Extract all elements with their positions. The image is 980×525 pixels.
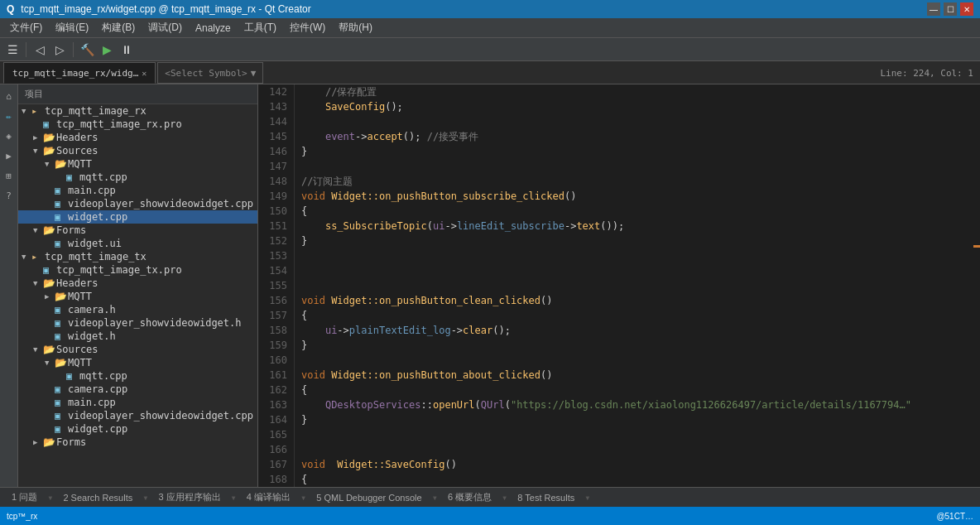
bottom-tab-3-应用程序输出[interactable]: 3 应用程序输出 (150, 489, 228, 505)
editor-tab-active[interactable]: tcp_mqtt_image_rx/widg… ✕ (3, 62, 156, 84)
tree-arrow (33, 266, 43, 274)
toolbar-debug-button[interactable]: ⏸ (118, 41, 136, 59)
welcome-icon[interactable]: ⌂ (1, 88, 17, 104)
line-number: 156 (265, 293, 287, 308)
line-number: 164 (265, 412, 287, 427)
line-number: 146 (265, 144, 287, 159)
design-icon[interactable]: ◈ (1, 128, 17, 144)
tree-label: Forms (56, 436, 86, 448)
scroll-indicator[interactable] (973, 84, 980, 487)
tree-item-proj2-forms[interactable]: ▶ 📂Forms (18, 436, 257, 449)
tree-item-proj2-videoplayer-cpp[interactable]: ▣videoplayer_showvideowidget.cpp (18, 409, 257, 422)
menu-item-调试(D)[interactable]: 调试(D) (142, 19, 189, 36)
tree-item-proj1-mqtt-cpp[interactable]: ▣mqtt.cpp (18, 171, 257, 184)
code-line (301, 248, 967, 263)
code-line: ss_SubscribeTopic(ui->lineEdit_subscribe… (301, 219, 967, 234)
toolbar-run-button[interactable]: ▶ (98, 41, 116, 59)
code-line (301, 427, 967, 442)
line-number: 159 (265, 338, 287, 353)
tree-item-proj2-mqtt2[interactable]: ▶ 📂MQTT (18, 290, 257, 303)
tree-item-proj1-pro[interactable]: ▣tcp_mqtt_image_rx.pro (18, 118, 257, 131)
tree-item-proj2-pro[interactable]: ▣tcp_mqtt_image_tx.pro (18, 263, 257, 277)
bottom-tab-2-Search-Results[interactable]: 2 Search Results (55, 491, 141, 504)
tree-item-proj1-headers[interactable]: ▶ 📂Headers (18, 131, 257, 144)
bottom-tab-1-问题[interactable]: 1 问题 (3, 489, 46, 505)
tree-item-proj1-widget-cpp[interactable]: ▣widget.cpp (18, 210, 257, 224)
tree-item-proj1-sources[interactable]: ▼ 📂Sources (18, 144, 257, 157)
tree-item-proj2-widget-h[interactable]: ▣widget.h (18, 330, 257, 343)
tree-item-proj2-mqtt3-cpp[interactable]: ▣mqtt.cpp (18, 369, 257, 383)
tree-item-proj2-camera-cpp[interactable]: ▣camera.cpp (18, 383, 257, 396)
tree-arrow: ▼ (45, 359, 55, 367)
edit-icon[interactable]: ✏ (1, 108, 17, 124)
menu-item-帮助(H)[interactable]: 帮助(H) (332, 19, 379, 36)
tab-close-button[interactable]: ✕ (142, 69, 147, 78)
project-icon[interactable]: ⊞ (1, 167, 17, 184)
editor: 1421431441451461471481491501511521531541… (258, 84, 980, 487)
title-bar-controls: — ☐ ✕ (927, 2, 973, 16)
tree-item-proj2-sources[interactable]: ▼ 📂Sources (18, 343, 257, 356)
tree-arrow: ▶ (45, 292, 55, 301)
tree-icon: ▣ (66, 171, 78, 183)
tree-item-proj1-forms[interactable]: ▼ 📂Forms (18, 224, 257, 237)
line-number: 145 (265, 129, 287, 144)
line-number: 150 (265, 204, 287, 219)
line-number: 147 (265, 159, 287, 174)
tree-item-proj1[interactable]: ▼ ▸tcp_mqtt_image_rx (18, 104, 257, 118)
menu-item-工具(T)[interactable]: 工具(T) (238, 19, 283, 36)
menu-item-编辑(E)[interactable]: 编辑(E) (49, 19, 95, 36)
tree-label: widget.ui (68, 238, 122, 249)
bottom-tab-4-编译输出[interactable]: 4 编译输出 (238, 489, 299, 505)
tree-item-proj1-widget-ui[interactable]: ▣widget.ui (18, 237, 257, 250)
tree-icon: ▣ (55, 423, 66, 435)
tree-arrow (45, 332, 55, 340)
line-number: 153 (265, 248, 287, 263)
tree-item-proj1-main-cpp[interactable]: ▣main.cpp (18, 184, 257, 197)
tree-arrow (45, 239, 55, 248)
tab-bar: tcp_mqtt_image_rx/widg… ✕ <Select Symbol… (0, 61, 980, 84)
symbol-select[interactable]: <Select Symbol> ▼ (157, 62, 263, 84)
tree-item-proj2-camera-h[interactable]: ▣camera.h (18, 303, 257, 316)
close-button[interactable]: ✕ (960, 2, 973, 16)
tree-item-proj2-mqtt3[interactable]: ▼ 📂MQTT (18, 356, 257, 369)
code-line: } (301, 234, 967, 248)
code-content[interactable]: //保存配置 SaveConfig(); event->accept(); //… (295, 84, 973, 487)
minimize-button[interactable]: — (927, 2, 940, 16)
tree-icon: ▣ (55, 238, 66, 249)
menu-item-控件(W)[interactable]: 控件(W) (283, 19, 332, 36)
symbol-select-label: <Select Symbol> (165, 68, 247, 79)
tree-item-proj2[interactable]: ▼ ▸tcp_mqtt_image_tx (18, 250, 257, 263)
code-line (301, 353, 967, 368)
maximize-button[interactable]: ☐ (944, 2, 957, 16)
bottom-tab-8-Test-Results[interactable]: 8 Test Results (509, 491, 583, 504)
tree-item-proj2-widget-cpp[interactable]: ▣widget.cpp (18, 422, 257, 436)
tree-item-proj1-videoplayer[interactable]: ▣videoplayer_showvideowidget.cpp (18, 197, 257, 210)
line-numbers: 1421431441451461471481491501511521531541… (258, 84, 295, 487)
debug-icon[interactable]: ▶ (1, 147, 17, 164)
menu-item-文件(F)[interactable]: 文件(F) (3, 19, 49, 36)
tree-label: tcp_mqtt_image_rx.pro (56, 118, 182, 130)
tree-icon: ▣ (55, 304, 66, 315)
menu-item-构建(B)[interactable]: 构建(B) (95, 19, 142, 36)
tree-item-proj2-videoplayer-h[interactable]: ▣videoplayer_showvideowidget.h (18, 316, 257, 330)
line-number: 163 (265, 397, 287, 412)
tree-icon: ▣ (43, 264, 55, 276)
toolbar-menu-button[interactable]: ☰ (3, 41, 22, 59)
help-icon[interactable]: ? (1, 187, 17, 204)
toolbar-build-button[interactable]: 🔨 (78, 41, 96, 59)
main-area: ⌂ ✏ ◈ ▶ ⊞ ? 项目 ▼ ▸tcp_mqtt_image_rx ▣tcp… (0, 84, 980, 487)
code-line (301, 278, 967, 293)
code-area[interactable]: 1421431441451461471481491501511521531541… (258, 84, 980, 487)
tree-item-proj2-main-cpp[interactable]: ▣main.cpp (18, 396, 257, 409)
bottom-tab-6-概要信息[interactable]: 6 概要信息 (440, 489, 500, 505)
tree-icon: 📂 (43, 277, 55, 289)
tree-item-proj2-headers[interactable]: ▼ 📂Headers (18, 277, 257, 290)
left-icon-panel: ⌂ ✏ ◈ ▶ ⊞ ? (0, 84, 18, 487)
toolbar-back-button[interactable]: ◁ (31, 41, 49, 59)
bottom-tab-5-QML-Debugger-Console[interactable]: 5 QML Debugger Console (308, 491, 430, 504)
status-left: tcp™_rx (7, 512, 37, 521)
menu-item-Analyze[interactable]: Analyze (189, 21, 238, 36)
tree-icon: ▣ (55, 410, 66, 421)
toolbar-forward-button[interactable]: ▷ (50, 41, 69, 59)
tree-item-proj1-mqtt[interactable]: ▼ 📂MQTT (18, 157, 257, 171)
